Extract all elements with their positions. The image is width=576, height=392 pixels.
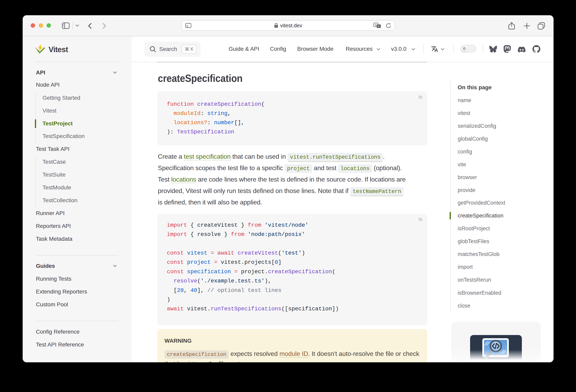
- svg-text:x: x: [378, 25, 379, 28]
- svg-text:A: A: [375, 23, 377, 27]
